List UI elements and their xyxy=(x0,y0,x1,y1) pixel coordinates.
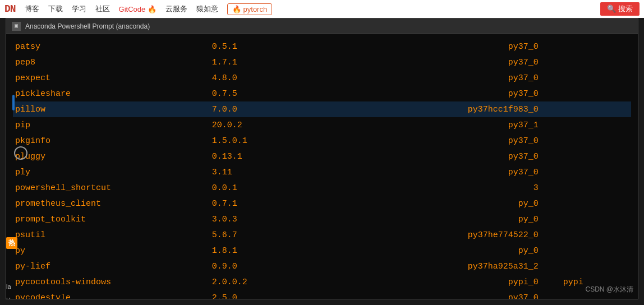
pkg-build: py_0 xyxy=(350,211,561,227)
pkg-name: pickleshare xyxy=(13,86,210,101)
pkg-name: prometheus_client xyxy=(13,196,210,211)
pkg-version: 1.8.1 xyxy=(210,243,350,258)
table-row: pep81.7.1py37_0 xyxy=(13,54,631,70)
pkg-build: py37_0 xyxy=(350,70,561,86)
nav-logo: DN xyxy=(4,3,16,15)
pkg-channel xyxy=(561,196,631,211)
terminal-window: ▣ Anaconda Powershell Prompt (anaconda) … xyxy=(6,18,638,299)
pkg-build: pypi_0 xyxy=(350,274,561,290)
pkg-version: 20.0.2 xyxy=(210,117,350,133)
la-label: la xyxy=(6,283,11,290)
pkg-version: 0.7.5 xyxy=(210,86,350,101)
package-table: patsy0.5.1py37_0pep81.7.1py37_0pexpect4.… xyxy=(13,39,631,299)
pkg-version: 3.11 xyxy=(210,164,350,180)
nav-cloud[interactable]: 云服务 xyxy=(165,4,187,14)
pkg-name: powershell_shortcut xyxy=(13,180,210,196)
pkg-build: py37_0 xyxy=(350,133,561,149)
nav-gitcode[interactable]: GitCode 🔥 xyxy=(119,5,157,13)
pkg-channel xyxy=(561,101,631,117)
pkg-name: patsy xyxy=(13,39,210,54)
pkg-build: py37hcc1f983_0 xyxy=(350,101,561,117)
pkg-build: py37_1 xyxy=(350,117,561,133)
pkg-name: pip xyxy=(13,117,210,133)
pkg-version: 4.8.0 xyxy=(210,70,350,86)
pkg-channel xyxy=(561,54,631,70)
table-row: pycocotools-windows2.0.0.2pypi_0pypi xyxy=(13,274,631,290)
pkg-channel xyxy=(561,149,631,164)
pkg-channel xyxy=(561,180,631,196)
table-row: patsy0.5.1py37_0 xyxy=(13,39,631,54)
pkg-name: pluggy xyxy=(13,149,210,164)
pkg-channel xyxy=(561,117,631,133)
nav-community[interactable]: 社区 xyxy=(95,4,110,14)
h-label: H xyxy=(6,297,11,299)
search-button[interactable]: 🔍 搜索 xyxy=(600,2,640,16)
nav-bar: DN 博客 下载 学习 社区 GitCode 🔥 云服务 猿如意 🔥 pytor… xyxy=(0,0,644,18)
pkg-build: py37_0 xyxy=(350,149,561,164)
nav-blog[interactable]: 博客 xyxy=(25,4,39,14)
nav-download[interactable]: 下载 xyxy=(48,4,63,14)
pkg-channel xyxy=(561,39,631,54)
pkg-version: 7.0.0 xyxy=(210,101,350,117)
pkg-name: py-lief xyxy=(13,258,210,274)
terminal-titlebar: ▣ Anaconda Powershell Prompt (anaconda) xyxy=(6,19,638,34)
pkg-channel xyxy=(561,133,631,149)
pkg-name: pycodestyle xyxy=(13,290,210,299)
pkg-version: 2.0.0.2 xyxy=(210,274,350,290)
table-row: ply3.11py37_0 xyxy=(13,164,631,180)
table-row: pickleshare0.7.5py37_0 xyxy=(13,86,631,101)
nav-learn[interactable]: 学习 xyxy=(72,4,86,14)
pkg-channel xyxy=(561,70,631,86)
table-row: powershell_shortcut0.0.13 xyxy=(13,180,631,196)
table-row: py-lief0.9.0py37ha925a31_2 xyxy=(13,258,631,274)
pkg-build: py37ha925a31_2 xyxy=(350,258,561,274)
pkg-version: 0.9.0 xyxy=(210,258,350,274)
table-row: pkginfo1.5.0.1py37_0 xyxy=(13,133,631,149)
pkg-channel xyxy=(561,164,631,180)
watermark: CSDN @水沐清 xyxy=(585,285,633,294)
pkg-version: 0.7.1 xyxy=(210,196,350,211)
pkg-version: 0.0.1 xyxy=(210,180,350,196)
pkg-build: py37he774522_0 xyxy=(350,227,561,243)
table-row: pillow7.0.0py37hcc1f983_0 xyxy=(13,101,631,117)
table-row: prompt_toolkit3.0.3py_0 xyxy=(13,211,631,227)
pkg-build: py_0 xyxy=(350,243,561,258)
nav-yuanruyi[interactable]: 猿如意 xyxy=(196,4,218,14)
pkg-channel xyxy=(561,227,631,243)
pkg-name: pkginfo xyxy=(13,133,210,149)
table-row: pip20.0.2py37_1 xyxy=(13,117,631,133)
pkg-build: 3 xyxy=(350,180,561,196)
table-row: psutil5.6.7py37he774522_0 xyxy=(13,227,631,243)
pkg-name: ply xyxy=(13,164,210,180)
hot-label: 热 xyxy=(6,237,17,249)
pkg-name: pexpect xyxy=(13,70,210,86)
pkg-build: py37_0 xyxy=(350,86,561,101)
pkg-version: 2.5.0 xyxy=(210,290,350,299)
pkg-build: py37_0 xyxy=(350,54,561,70)
pkg-channel xyxy=(561,258,631,274)
pkg-name: pycocotools-windows xyxy=(13,274,210,290)
pillow-highlight-bar xyxy=(12,95,15,110)
table-row: pluggy0.13.1py37_0 xyxy=(13,149,631,164)
pkg-channel xyxy=(561,211,631,227)
pkg-version: 5.6.7 xyxy=(210,227,350,243)
pkg-name: pep8 xyxy=(13,54,210,70)
pkg-build: py37_0 xyxy=(350,290,561,299)
pkg-name: psutil xyxy=(13,227,210,243)
pkg-version: 0.13.1 xyxy=(210,149,350,164)
nav-pytorch[interactable]: 🔥 pytorch xyxy=(227,3,272,15)
pkg-version: 1.5.0.1 xyxy=(210,133,350,149)
terminal-title: Anaconda Powershell Prompt (anaconda) xyxy=(25,22,150,30)
table-row: pexpect4.8.0py37_0 xyxy=(13,70,631,86)
pkg-build: py37_0 xyxy=(350,39,561,54)
table-row: py1.8.1py_0 xyxy=(13,243,631,258)
pkg-build: py37_0 xyxy=(350,164,561,180)
pkg-channel xyxy=(561,86,631,101)
pkg-build: py_0 xyxy=(350,196,561,211)
pkg-name: prompt_toolkit xyxy=(13,211,210,227)
terminal-content: 热 la H patsy0.5.1py37_0pep81.7.1py37_0pe… xyxy=(6,34,638,299)
terminal-icon: ▣ xyxy=(12,22,21,31)
pkg-channel xyxy=(561,243,631,258)
pkg-version: 0.5.1 xyxy=(210,39,350,54)
pkg-version: 3.0.3 xyxy=(210,211,350,227)
